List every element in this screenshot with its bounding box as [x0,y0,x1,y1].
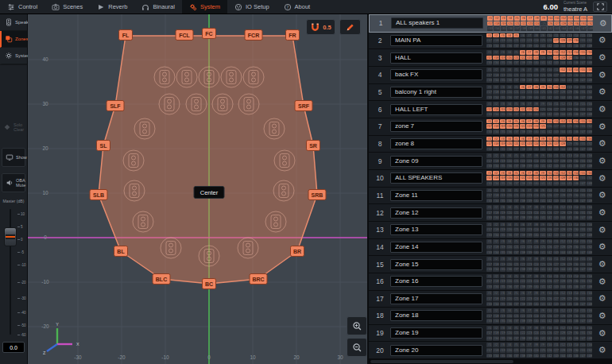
zone-speaker-cell[interactable]: #39 [526,336,532,341]
zone-speaker-cell[interactable]: #43 [553,267,559,272]
zone-speaker-cell[interactable]: #43 [553,199,559,203]
zone-speaker-cell[interactable]: #6 [521,16,526,21]
zone-speaker-cell[interactable]: #7 [526,223,532,227]
zone-row-7[interactable]: 7zone 7#1#2#3#4#5#6#7#8#9#10#11#12#13#14… [369,118,612,136]
zone-speaker-cell[interactable]: #7 [526,274,532,279]
zone-speaker-cell[interactable]: #46 [573,95,579,100]
zone-speaker-cell[interactable]: #46 [573,60,579,65]
zone-speaker-cell[interactable]: #20 [506,176,512,180]
zone-speaker-cell[interactable]: #22 [520,331,525,335]
zone-speaker-cell[interactable]: #23 [527,21,533,26]
zone-speaker-cell[interactable]: #39 [526,130,532,134]
zone-speaker-cell[interactable]: #26 [547,56,552,60]
zone-speaker-cell[interactable]: #45 [567,336,572,341]
zone-speaker-cell[interactable]: #7 [526,308,532,313]
zoom-in-button[interactable] [347,316,367,335]
zone-name-input[interactable]: ALL SPEAKERS [390,172,482,184]
zone-speaker-cell[interactable]: #4 [506,326,512,331]
zone-speaker-cell[interactable]: #10 [547,205,552,210]
zone-speaker-cell[interactable]: #6 [520,257,525,261]
zone-speaker-cell[interactable]: #44 [560,60,565,65]
zone-speaker-cell[interactable]: #9 [540,137,545,141]
zone-speaker-cell[interactable]: #1 [486,188,492,193]
zone-speaker-cell[interactable]: #46 [574,26,579,31]
zone-row-11[interactable]: 11Zone 11#1#2#3#4#5#6#7#8#9#10#11#12#13#… [369,188,612,205]
zone-speaker-cell[interactable]: #23 [526,90,532,95]
zone-speaker-cell[interactable]: #37 [513,285,519,289]
zone-settings-gear-icon[interactable]: ⚙ [596,294,608,303]
zone-name-input[interactable]: zone 8 [390,138,482,149]
speaker-group-label-fl[interactable]: FL [119,30,133,41]
zone-speaker-cell[interactable]: #14 [573,188,579,193]
zone-speaker-cell[interactable]: #31 [579,141,585,146]
zone-speaker-cell[interactable]: #20 [506,314,512,319]
zone-speaker-cell[interactable]: #45 [567,95,572,100]
zone-speaker-cell[interactable]: #21 [513,141,519,146]
zone-speaker-cell[interactable]: #8 [534,16,540,21]
zone-speaker-cell[interactable]: #42 [547,233,552,238]
zone-row-4[interactable]: 4back FX#1#2#3#4#5#6#7#8#9#10#11#12#13#1… [369,67,612,84]
zone-speaker-cell[interactable]: #43 [553,112,559,117]
zone-speaker-cell[interactable]: #28 [560,159,565,164]
zone-speaker-cell[interactable]: #11 [553,50,559,55]
zone-speaker-cell[interactable]: #33 [486,130,492,134]
speaker-group-label-fcr[interactable]: FCR [245,30,262,41]
zone-speaker-cell[interactable]: #20 [506,90,512,95]
zone-settings-gear-icon[interactable]: ⚙ [596,36,608,45]
zone-speaker-cell[interactable]: #4 [506,291,512,296]
zone-speaker-cell[interactable]: #36 [506,233,512,238]
zone-speaker-cell[interactable]: #41 [540,181,545,186]
zone-speaker-cell[interactable]: #32 [587,314,592,319]
zone-speaker-cell[interactable]: #38 [520,78,525,83]
sidebar-item-speakers[interactable]: Speakers [0,14,27,31]
zone-speaker-cell[interactable]: #44 [560,250,565,255]
zone-speaker-cell[interactable]: #21 [513,193,519,198]
zone-speaker-cell[interactable]: #41 [540,78,545,83]
zone-speaker-cell[interactable]: #46 [573,147,579,152]
zone-speaker-cell[interactable]: #39 [526,354,532,358]
zone-speaker-cell[interactable]: #40 [533,112,539,117]
zone-speaker-cell[interactable]: #37 [513,354,519,358]
zone-speaker-cell[interactable]: #35 [501,26,506,31]
zone-speaker-cell[interactable]: #8 [533,50,539,55]
zone-speaker-cell[interactable]: #17 [486,211,492,215]
zone-speaker-cell[interactable]: #32 [587,56,592,60]
zone-speaker-cell[interactable]: #25 [540,56,545,60]
zone-speaker-cell[interactable]: #28 [560,348,565,353]
zone-speaker-cell[interactable]: #34 [493,336,498,341]
zone-speaker-cell[interactable]: #2 [494,16,499,21]
zone-speaker-cell[interactable]: #2 [493,291,498,296]
zone-speaker-cell[interactable]: #8 [533,274,539,279]
zone-speaker-cell[interactable]: #23 [526,296,532,301]
zone-speaker-cell[interactable]: #33 [486,44,492,48]
zone-speaker-cell[interactable]: #7 [526,85,532,90]
zone-speaker-cell[interactable]: #44 [560,319,565,323]
zone-speaker-cell[interactable]: #41 [540,199,545,203]
zone-speaker-cell[interactable]: #24 [533,90,539,95]
zone-speaker-cell[interactable]: #18 [493,193,498,198]
zone-speaker-cell[interactable]: #48 [587,44,592,48]
zone-speaker-cell[interactable]: #26 [547,262,552,267]
zone-speaker-cell[interactable]: #44 [560,164,565,168]
zone-speaker-cell[interactable]: #4 [506,119,512,124]
zone-speaker-cell[interactable]: #5 [513,274,519,279]
zone-speaker-cell[interactable]: #5 [513,239,519,244]
zone-speaker-cell[interactable]: #18 [493,107,498,112]
zone-speaker-cell[interactable]: #10 [547,137,552,141]
zone-speaker-cell[interactable]: #30 [573,38,579,43]
zone-speaker-cell[interactable]: #9 [540,308,545,313]
zone-settings-gear-icon[interactable]: ⚙ [596,208,608,217]
zone-speaker-cell[interactable]: #37 [513,164,519,168]
speaker-map-canvas[interactable]: FLFCLFCFCRFRSLFSRFSLSRSLBSRBBLBRBLCBCBRC… [28,14,367,364]
zone-speaker-cell[interactable]: #16 [587,343,592,347]
zone-name-input[interactable]: Zone 18 [390,310,482,321]
zone-speaker-cell[interactable]: #37 [513,267,519,272]
speaker-group-label-fc[interactable]: FC [203,29,216,39]
zone-speaker-cell[interactable]: #15 [580,16,586,21]
zone-speaker-cell[interactable]: #26 [547,245,552,250]
zone-name-input[interactable]: HALL [390,52,482,64]
zone-speaker-cell[interactable]: #32 [587,107,592,112]
zone-speaker-cell[interactable]: #14 [573,119,579,124]
zone-speaker-cell[interactable]: #13 [567,188,572,193]
zone-speaker-cell[interactable]: #30 [573,176,579,180]
